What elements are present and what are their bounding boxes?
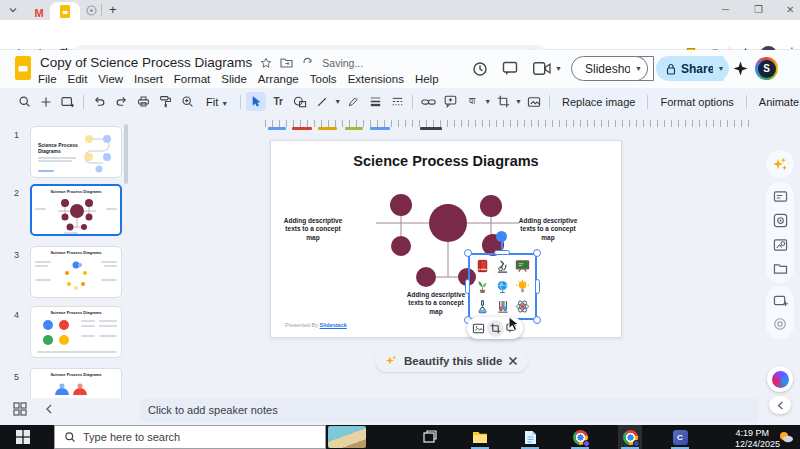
crop-icon[interactable] [493, 92, 513, 111]
resize-handle-w[interactable] [465, 279, 470, 294]
search-menus-icon[interactable] [14, 92, 34, 111]
new-tab-button[interactable]: + [109, 2, 117, 17]
chrome-profile1-button[interactable] [568, 425, 592, 449]
brand-link[interactable]: Slidestack [320, 322, 347, 328]
window-close-button[interactable]: ✕ [786, 4, 794, 15]
comment-history-icon[interactable] [502, 61, 518, 76]
account-avatar[interactable]: S [755, 57, 778, 80]
slide-thumbnail-2-selected[interactable]: Science Process Diagrams [30, 184, 122, 236]
beautify-sparkle-icon[interactable] [772, 156, 788, 172]
crop-image-icon[interactable] [487, 320, 504, 337]
rail-new-slide-icon[interactable] [773, 294, 788, 307]
pen-icon[interactable] [343, 92, 363, 111]
addon-colorful-icon[interactable] [767, 366, 793, 392]
share-dropdown[interactable]: ▼ [713, 56, 729, 81]
menu-extensions[interactable]: Extensions [348, 73, 404, 85]
replace-image-button[interactable]: Replace image [555, 96, 642, 108]
speaker-notes-input[interactable]: Click to add speaker notes [140, 398, 758, 422]
insert-link-icon[interactable] [418, 92, 438, 111]
collapse-filmstrip-icon[interactable] [45, 404, 53, 414]
slides-logo-icon[interactable] [14, 56, 32, 80]
chrome-profile2-button[interactable] [618, 425, 642, 449]
start-button[interactable] [0, 425, 46, 449]
fit-zoom-select[interactable]: Fit ▼ [199, 96, 235, 108]
star-icon[interactable] [260, 57, 272, 69]
slide-thumbnail-1[interactable]: Science Process Diagrams [30, 126, 122, 178]
paint-format-icon[interactable] [155, 92, 175, 111]
line-tool-icon[interactable] [312, 92, 332, 111]
redo-icon[interactable] [111, 92, 131, 111]
line-caret-icon[interactable]: ▼ [334, 98, 341, 105]
border-weight-icon[interactable] [365, 92, 385, 111]
document-title[interactable]: Copy of Science Process Diagrams [40, 55, 252, 70]
resize-handle-e[interactable] [535, 279, 540, 294]
menu-view[interactable]: View [98, 73, 123, 85]
rail-target-icon[interactable] [773, 317, 787, 331]
menu-insert[interactable]: Insert [134, 73, 163, 85]
move-folder-icon[interactable] [280, 57, 293, 68]
menu-edit[interactable]: Edit [68, 73, 88, 85]
file-explorer-button[interactable] [468, 425, 492, 449]
resize-handle-se[interactable] [533, 316, 541, 324]
filmstrip-scrollbar[interactable] [124, 124, 128, 184]
meet-button[interactable]: ▼ [533, 62, 562, 75]
zoom-icon[interactable] [177, 92, 197, 111]
slide-editor[interactable]: Science Process Diagrams Adding descript… [270, 140, 622, 338]
slide-thumbnail-3[interactable]: Science Process Diagrams [30, 246, 122, 298]
selected-image[interactable] [468, 253, 537, 320]
input-tools-caret-icon[interactable]: ▼ [484, 98, 491, 105]
menu-arrange[interactable]: Arrange [258, 73, 299, 85]
rotation-handle[interactable] [496, 231, 507, 242]
undo-icon[interactable] [89, 92, 109, 111]
format-options-button[interactable]: Format options [653, 96, 740, 108]
add-comment-icon[interactable] [440, 92, 460, 111]
cloud-status-icon[interactable] [301, 57, 314, 69]
app-blue-button[interactable]: C [668, 425, 692, 449]
window-minimize-button[interactable]: ─ [722, 4, 729, 15]
border-dash-icon[interactable] [387, 92, 407, 111]
menu-format[interactable]: Format [174, 73, 210, 85]
resize-handle-n[interactable] [494, 250, 510, 255]
beautify-pill[interactable]: Beautify this slide [375, 349, 528, 372]
caption-left[interactable]: Adding descriptive texts to a concept ma… [273, 217, 353, 242]
app-docs-button[interactable] [518, 425, 542, 449]
window-maximize-button[interactable]: ❐ [754, 4, 763, 15]
shape-icon[interactable] [290, 92, 310, 111]
menu-slide[interactable]: Slide [221, 73, 247, 85]
news-widget[interactable] [328, 426, 366, 448]
tab-search-icon[interactable] [8, 5, 18, 15]
menu-tools[interactable]: Tools [310, 73, 337, 85]
crop-caret-icon[interactable]: ▼ [515, 98, 522, 105]
gemini-star-icon[interactable] [733, 61, 748, 76]
caption-right[interactable]: Adding descriptive texts to a concept ma… [508, 217, 588, 242]
text-box-icon[interactable]: Tr [268, 92, 288, 111]
select-tool-icon[interactable] [246, 92, 266, 111]
reset-image-icon[interactable] [524, 92, 544, 111]
taskbar-clock[interactable]: 4:19 PM 12/24/2025 [735, 428, 769, 449]
animate-button[interactable]: Animate [752, 96, 800, 108]
rail-card-icon[interactable] [773, 190, 788, 203]
slide-thumbnail-4[interactable]: Science Process Diagrams [30, 306, 122, 358]
print-icon[interactable] [133, 92, 153, 111]
grid-view-icon[interactable] [13, 402, 27, 416]
menu-file[interactable]: File [38, 73, 57, 85]
rail-image-search-icon[interactable] [773, 238, 788, 252]
rail-media-gear-icon[interactable] [773, 213, 788, 228]
beautify-close-icon[interactable] [508, 356, 518, 366]
rail-folder-icon[interactable] [773, 262, 788, 275]
slide-thumbnail-5[interactable]: Science Process Diagrams [30, 368, 122, 398]
caption-bottom[interactable]: Adding descriptive texts to a concept ma… [396, 291, 476, 316]
tab-extension[interactable] [86, 5, 97, 16]
version-history-icon[interactable] [472, 61, 488, 77]
resize-handle-nw[interactable] [464, 249, 472, 257]
task-view-button[interactable] [418, 425, 442, 449]
weather-widget[interactable]: 21°C Partly sunny [778, 425, 800, 449]
tab-gmail[interactable]: M [28, 3, 50, 17]
input-tools-icon[interactable]: वा [462, 92, 482, 111]
tab-slides-active[interactable] [50, 2, 80, 20]
taskbar-search[interactable]: Type here to search [54, 425, 326, 449]
menu-help[interactable]: Help [415, 73, 439, 85]
new-slide-icon[interactable] [36, 92, 56, 111]
resize-handle-ne[interactable] [533, 249, 541, 257]
replace-image-icon[interactable] [472, 323, 485, 334]
